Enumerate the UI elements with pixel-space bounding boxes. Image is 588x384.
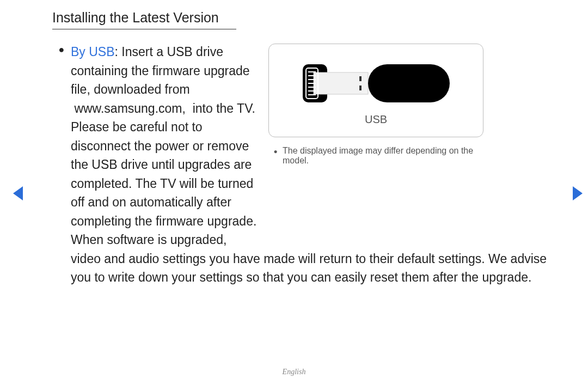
svg-rect-13 — [359, 86, 362, 90]
content-row: ● By USB: Insert a USB drive containing … — [52, 42, 555, 249]
nav-prev-icon[interactable] — [11, 185, 25, 204]
image-note: ● The displayed image may differ dependi… — [268, 146, 483, 166]
page-title: Installing the Latest Version — [52, 10, 236, 29]
usb-drive-icon — [297, 59, 455, 108]
svg-rect-3 — [314, 72, 368, 94]
body-text-narrow: By USB: Insert a USB drive containing th… — [71, 42, 262, 249]
body-text-full: video and audio settings you have made w… — [71, 249, 555, 287]
bullet-dot-icon: ● — [52, 42, 71, 249]
text-column: ● By USB: Insert a USB drive containing … — [52, 42, 262, 249]
image-column: USB ● The displayed image may differ dep… — [268, 42, 483, 249]
svg-marker-0 — [13, 186, 23, 200]
svg-rect-12 — [359, 76, 362, 81]
body-text-pre: : Insert a USB drive containing the firm… — [71, 45, 256, 247]
footer-language: English — [0, 368, 588, 376]
svg-rect-14 — [368, 64, 450, 102]
nav-next-icon[interactable] — [571, 185, 585, 204]
image-note-text: The displayed image may differ depending… — [283, 146, 483, 166]
note-bullet-icon: ● — [268, 146, 283, 166]
svg-marker-1 — [573, 186, 583, 200]
usb-caption: USB — [365, 113, 387, 126]
method-label: By USB — [71, 45, 115, 59]
usb-illustration-box: USB — [268, 44, 483, 137]
bullet-item: ● By USB: Insert a USB drive containing … — [52, 42, 262, 249]
